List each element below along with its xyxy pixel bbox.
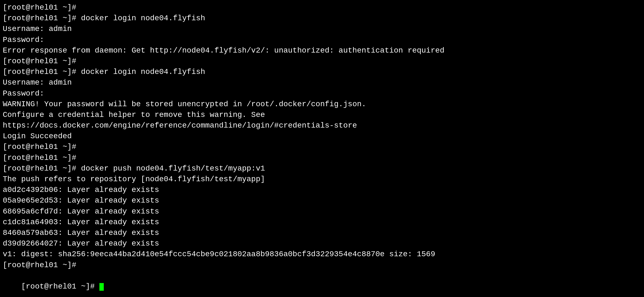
terminal-line: [root@rhel01 ~]# docker login node04.fly… — [3, 13, 641, 24]
terminal-cursor — [99, 283, 104, 291]
terminal-line: 8460a579ab63: Layer already exists — [3, 227, 641, 238]
terminal-line: [root@rhel01 ~]# — [3, 142, 641, 152]
terminal-line: 68695a6cfd7d: Layer already exists — [3, 206, 641, 217]
terminal-last-line[interactable]: [root@rhel01 ~]# — [3, 270, 641, 297]
terminal-line: v1: digest: sha256:9eeca44ba2d410e54fccc… — [3, 249, 641, 259]
terminal-line: [root@rhel01 ~]# — [3, 56, 641, 67]
terminal-line: Configure a credential helper to remove … — [3, 109, 641, 120]
terminal-line: a0d2c4392b06: Layer already exists — [3, 184, 641, 195]
terminal-line: d39d92664027: Layer already exists — [3, 238, 641, 249]
terminal[interactable]: [root@rhel01 ~]# [root@rhel01 ~]# docker… — [0, 0, 644, 297]
terminal-line: The push refers to repository [node04.fl… — [3, 174, 641, 184]
terminal-line: [root@rhel01 ~]# docker login node04.fly… — [3, 67, 641, 77]
terminal-line: Username: admin — [3, 77, 641, 88]
terminal-line: https://docs.docker.com/engine/reference… — [3, 120, 641, 131]
terminal-line: [root@rhel01 ~]# — [3, 260, 641, 270]
terminal-line: Password: — [3, 34, 641, 45]
terminal-line: Error response from daemon: Get http://n… — [3, 45, 641, 56]
terminal-line: [root@rhel01 ~]# docker push node04.flyf… — [3, 163, 641, 174]
terminal-line: [root@rhel01 ~]# — [3, 152, 641, 163]
terminal-line: Login Succeeded — [3, 131, 641, 142]
terminal-line: Password: — [3, 88, 641, 99]
terminal-prompt: [root@rhel01 ~]# — [21, 282, 99, 291]
terminal-line: WARNING! Your password will be stored un… — [3, 99, 641, 109]
terminal-line: Username: admin — [3, 24, 641, 34]
terminal-line: c1dc81a64903: Layer already exists — [3, 217, 641, 227]
terminal-line: 05a9e65e2d53: Layer already exists — [3, 195, 641, 206]
terminal-line: [root@rhel01 ~]# — [3, 2, 641, 13]
